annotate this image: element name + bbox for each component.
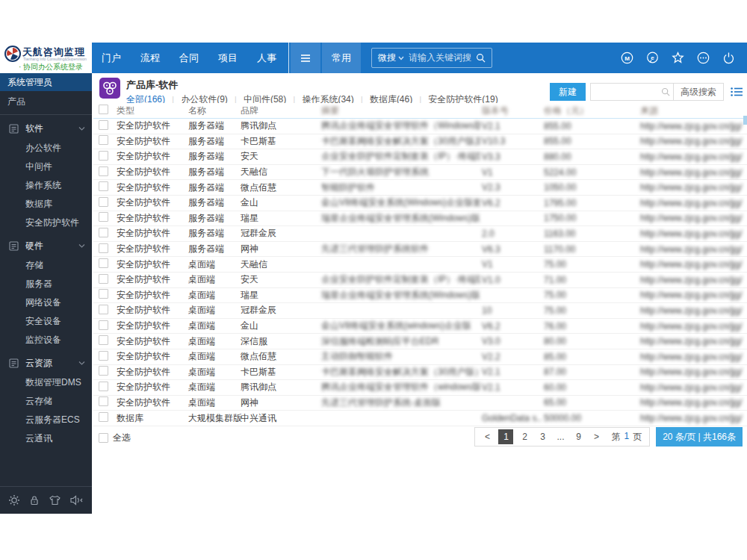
- lock-icon[interactable]: [28, 494, 40, 506]
- sidebar-section-label: 硬件: [25, 240, 43, 252]
- sidebar-section-1[interactable]: 硬件: [0, 236, 92, 256]
- gear-icon[interactable]: [8, 494, 20, 506]
- advanced-search-button[interactable]: 高级搜索: [673, 84, 723, 100]
- sidebar-item-1-2[interactable]: 网络设备: [0, 293, 92, 312]
- search-icon[interactable]: [476, 53, 486, 63]
- row-checkbox[interactable]: [99, 382, 108, 391]
- row-cell-2: 桌面端: [187, 320, 239, 332]
- row-checkbox[interactable]: [99, 243, 108, 253]
- header-checkbox-cell: [93, 105, 113, 116]
- row-cell-1: 安全防护软件: [113, 335, 187, 348]
- nav-item-2[interactable]: 合同: [170, 43, 208, 73]
- row-checkbox[interactable]: [99, 181, 108, 191]
- sidebar-section-2[interactable]: 云资源: [0, 353, 92, 373]
- nav-item-1[interactable]: 流程: [131, 43, 170, 73]
- sidebar-item-1-3[interactable]: 安全设备: [0, 312, 92, 331]
- row-checkbox[interactable]: [99, 151, 108, 161]
- table-row: 安全防护软件服务器端腾讯御点腾讯企业终端安全管理软件（Windows版）V2.1…: [93, 119, 747, 134]
- row-checkbox[interactable]: [99, 258, 108, 268]
- row-cell-5: V3.3: [480, 152, 542, 162]
- sidebar-item-2-0[interactable]: 数据管理DMS: [0, 373, 92, 392]
- sidebar-item-1-0[interactable]: 存储: [0, 256, 92, 275]
- select-all[interactable]: 全选: [99, 432, 131, 444]
- sidebar-item-2-1[interactable]: 云存储: [0, 392, 92, 411]
- row-checkbox-cell: [93, 335, 113, 347]
- row-cell-5: V2.1: [480, 121, 542, 131]
- table-search-input[interactable]: [591, 85, 661, 99]
- row-cell-6: 75.00: [542, 259, 638, 270]
- sidebar-item-2-2[interactable]: 云服务器ECS: [0, 411, 92, 429]
- row-checkbox[interactable]: [99, 212, 108, 222]
- sidebar-item-0-1[interactable]: 中间件: [0, 158, 92, 176]
- page-9[interactable]: 9: [574, 432, 583, 442]
- row-cell-7: http://www.zjcg.gov.cn/jjg/: [638, 352, 747, 362]
- row-checkbox[interactable]: [99, 274, 108, 284]
- row-checkbox[interactable]: [99, 167, 108, 176]
- sidebar-section-0[interactable]: 软件: [0, 119, 92, 139]
- row-cell-2: 桌面端: [187, 289, 239, 302]
- page-3[interactable]: 3: [538, 432, 547, 442]
- row-cell-2: 服务器端: [187, 135, 239, 148]
- page-next[interactable]: >: [592, 432, 601, 442]
- row-cell-2: 桌面端: [187, 366, 239, 379]
- power-icon[interactable]: [722, 52, 735, 64]
- sidebar-item-0-2[interactable]: 操作系统: [0, 176, 92, 195]
- table-row: 安全防护软件桌面端网神先进三代管理防护系统-桌面版65.00http://www…: [93, 396, 747, 411]
- row-checkbox[interactable]: [99, 305, 108, 314]
- row-checkbox[interactable]: [99, 197, 108, 207]
- nav-item-3[interactable]: 项目: [208, 43, 247, 73]
- header-checkbox[interactable]: [99, 105, 108, 114]
- row-checkbox[interactable]: [99, 366, 108, 376]
- sidebar-item-1-1[interactable]: 服务器: [0, 275, 92, 293]
- row-checkbox[interactable]: [99, 320, 108, 330]
- table-search-icon[interactable]: [661, 87, 670, 96]
- theme-shirt-icon[interactable]: [49, 494, 61, 506]
- new-button[interactable]: 新建: [550, 83, 586, 101]
- page-1[interactable]: 1: [498, 429, 513, 444]
- row-checkbox[interactable]: [99, 396, 108, 406]
- sidebar-item-1-4[interactable]: 监控设备: [0, 331, 92, 349]
- row-cell-7: http://www.zjcg.gov.cn/jjg/: [638, 336, 747, 346]
- table-row: 安全防护软件服务器端冠群金辰2.01163.00http://www.zjcg.…: [93, 226, 747, 242]
- e-chat-icon[interactable]: e: [646, 52, 659, 64]
- page-2[interactable]: 2: [520, 432, 529, 442]
- more-icon[interactable]: [697, 52, 710, 64]
- sidebar-item-0-0[interactable]: 办公软件: [0, 139, 92, 158]
- row-checkbox[interactable]: [99, 335, 108, 345]
- row-checkbox[interactable]: [99, 289, 108, 299]
- star-icon[interactable]: [672, 52, 684, 64]
- row-checkbox[interactable]: [99, 412, 108, 422]
- page-prev[interactable]: <: [483, 432, 492, 442]
- page-jump-number[interactable]: 1: [624, 431, 629, 444]
- chevron-down-icon: [78, 361, 85, 366]
- speaker-icon[interactable]: [69, 494, 84, 506]
- nav-menu-button[interactable]: [291, 43, 320, 73]
- sidebar-item-2-3[interactable]: 云通讯: [0, 429, 92, 448]
- sidebar-item-0-3[interactable]: 数据库: [0, 195, 92, 214]
- table-row: 安全防护软件桌面端安天企业安全防护软件定制套装（IP）·终端版V1.071.00…: [93, 273, 747, 288]
- row-checkbox[interactable]: [99, 135, 108, 145]
- table-body: 安全防护软件服务器端腾讯御点腾讯企业终端安全管理软件（Windows版）V2.1…: [93, 119, 747, 426]
- row-cell-6: 87.00: [542, 367, 638, 377]
- row-checkbox[interactable]: [99, 228, 108, 237]
- row-checkbox[interactable]: [99, 120, 108, 130]
- global-search[interactable]: 微搜 请输入关键词搜: [371, 48, 492, 68]
- m-badge-icon[interactable]: M: [621, 52, 633, 64]
- row-cell-5: V6.3: [480, 244, 542, 255]
- search-scope-dropdown[interactable]: 微搜: [378, 52, 404, 64]
- sidebar-item-0-4[interactable]: 安全防护软件: [0, 214, 92, 232]
- select-all-checkbox[interactable]: [99, 433, 108, 443]
- row-checkbox[interactable]: [99, 351, 108, 361]
- nav-item-0[interactable]: 门户: [92, 43, 131, 73]
- table-row: 安全防护软件桌面端天融信V175.00http://www.zjcg.gov.c…: [93, 257, 747, 273]
- scrollbar-thumb[interactable]: [743, 116, 747, 125]
- list-view-icon[interactable]: [731, 87, 743, 97]
- table-row: 安全防护软件桌面端卡巴斯基卡巴斯基网络安全解决方案（30用户版）·KES...V…: [93, 365, 747, 381]
- table-row: 安全防护软件桌面端腾讯御点腾讯企业终端安全管理软件（windows版）V2.1版…: [93, 380, 747, 396]
- nav-item-pinned[interactable]: 常用: [322, 43, 361, 73]
- row-cell-3: 冠群金辰: [239, 304, 320, 317]
- sidebar-item-product[interactable]: 产品: [0, 91, 92, 113]
- row-cell-3: 金山: [239, 320, 320, 332]
- page-ellipsis: ...: [556, 432, 565, 442]
- nav-item-4[interactable]: 人事: [247, 43, 286, 73]
